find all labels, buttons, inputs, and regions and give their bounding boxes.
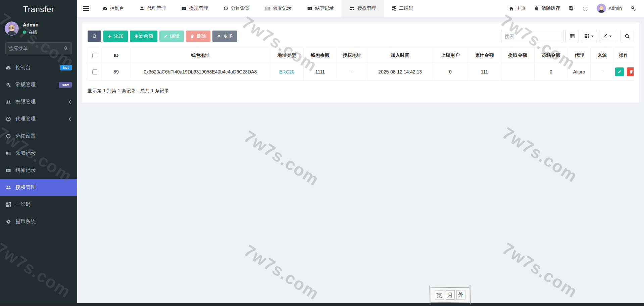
cell-total-amount: 111 — [468, 63, 501, 81]
gears-icon — [5, 82, 11, 88]
refresh-button[interactable] — [88, 31, 101, 42]
select-all-checkbox[interactable] — [92, 53, 97, 58]
home-icon — [509, 6, 514, 11]
caret-down-icon — [591, 36, 594, 38]
sidebar-item-agents[interactable]: 代理管理 — [0, 110, 77, 128]
cell-wallet-balance: 1111 — [303, 63, 337, 81]
plus-icon — [108, 34, 112, 38]
trash-icon — [534, 6, 539, 11]
sidebar-menu: 控制台 hot 常规管理 new 权限管理 代理管理 — [0, 59, 77, 230]
more-button[interactable]: 更多 — [212, 31, 237, 42]
tab-claims[interactable]: 领取记录 — [257, 0, 299, 17]
online-dot-icon — [23, 31, 26, 34]
tab-settlement[interactable]: cs 结算记录 — [299, 0, 342, 17]
col-id: ID — [102, 48, 131, 63]
col-wallet-balance: 钱包余额 — [303, 48, 337, 63]
col-parent-user: 上级用户 — [433, 48, 468, 63]
svg-text:cs: cs — [308, 7, 311, 10]
tab-dashboard[interactable]: 控制台 — [95, 0, 132, 17]
sidebar-item-dashboard[interactable]: 控制台 hot — [0, 59, 77, 76]
export-icon — [602, 34, 607, 39]
chevron-left-icon — [68, 117, 72, 121]
hot-badge: hot — [60, 65, 72, 70]
sidebar: Transfer Admin 在线 — [0, 0, 77, 306]
sidebar-item-withdraw-system[interactable]: 提币系统 — [0, 213, 77, 230]
col-auth-address: 授权地址 — [337, 48, 367, 63]
row-delete-button[interactable] — [627, 67, 634, 76]
users-icon — [349, 6, 355, 11]
circle-icon — [5, 134, 11, 139]
fullscreen-icon[interactable] — [583, 6, 588, 11]
row-edit-button[interactable] — [615, 67, 624, 76]
sidebar-item-settlement[interactable]: cs 结算记录 — [0, 162, 77, 179]
sidebar-item-dividend[interactable]: 分红设置 — [0, 128, 77, 145]
search-icon — [625, 34, 630, 39]
advanced-search-button[interactable] — [621, 30, 634, 42]
sidebar-item-permissions[interactable]: 权限管理 — [0, 93, 77, 110]
sidebar-item-claims[interactable]: 领取记录 — [0, 145, 77, 162]
bars-icon — [5, 151, 11, 156]
sidebar-item-qrcode[interactable]: 二维码 — [0, 196, 77, 213]
add-button[interactable]: 添加 — [103, 31, 128, 42]
cell-id: 89 — [102, 63, 131, 81]
clear-cache-link[interactable]: 清除缓存 — [534, 5, 560, 11]
brand-title: Transfer — [0, 0, 77, 19]
table-header-row: ID 钱包地址 地址类型 钱包余额 授权地址 加入时间 上级用户 累计金额 提取… — [88, 48, 634, 63]
delete-button[interactable]: 删除 — [186, 31, 210, 42]
sidebar-search-input[interactable] — [9, 46, 63, 51]
bars-icon — [265, 6, 270, 11]
records-summary: 显示第 1 到第 1 条记录，总共 1 条记录 — [88, 88, 634, 94]
tab-authorization[interactable]: 授权管理 — [342, 0, 384, 17]
navbar-user[interactable]: Admin — [597, 4, 622, 13]
gear-icon — [5, 219, 11, 224]
tab-agents[interactable]: 代理管理 — [132, 0, 174, 17]
sidebar-user-panel: Admin 在线 — [0, 19, 77, 40]
export-button[interactable] — [599, 30, 615, 42]
main-content: 添加 更新余额 编辑 删除 更多 — [77, 17, 644, 303]
qrcode-icon — [5, 202, 11, 207]
user-avatar — [5, 21, 19, 36]
users-icon — [5, 99, 11, 105]
cell-frozen-amount: 0 — [534, 63, 567, 81]
update-balance-button[interactable]: 更新余额 — [130, 31, 157, 42]
cell-address-type: ERC20 — [270, 63, 303, 81]
toggle-view-button[interactable] — [565, 30, 579, 42]
tab-dividend[interactable]: 分红设置 — [216, 0, 257, 17]
circle-icon — [224, 6, 228, 11]
new-badge: new — [59, 82, 72, 88]
cell-source: - — [591, 63, 613, 81]
user-icon — [140, 6, 144, 11]
svg-text:cc: cc — [183, 7, 185, 10]
svg-text:cs: cs — [7, 169, 10, 171]
edit-button[interactable]: 编辑 — [159, 31, 184, 42]
row-checkbox[interactable] — [92, 69, 97, 74]
col-total-amount: 累计金额 — [468, 48, 501, 63]
tab-withdraw[interactable]: cc 提现管理 — [174, 0, 216, 17]
speedometer-icon — [5, 65, 11, 70]
speedometer-icon — [102, 6, 107, 11]
table-search-input[interactable] — [501, 30, 563, 42]
col-agent: 代理 — [568, 48, 591, 63]
col-join-time: 加入时间 — [367, 48, 433, 63]
cell-wallet-address: 0x3620aC6bFf40a19Db9319058E40b4c4aD6C28D… — [130, 63, 270, 81]
language-icon[interactable] — [569, 6, 574, 11]
authorization-table: ID 钱包地址 地址类型 钱包余额 授权地址 加入时间 上级用户 累计金额 提取… — [88, 48, 634, 81]
tab-qrcode[interactable]: 二维码 — [384, 0, 421, 17]
cell-parent-user: 0 — [433, 63, 468, 81]
columns-button[interactable] — [581, 30, 597, 42]
sidebar-item-general[interactable]: 常规管理 new — [0, 76, 77, 93]
col-withdraw-amount: 提取金额 — [501, 48, 534, 63]
authorization-panel: 添加 更新余额 编辑 删除 更多 — [82, 22, 639, 103]
pencil-icon — [617, 70, 622, 74]
refresh-icon — [92, 34, 97, 39]
hamburger-menu-icon[interactable] — [77, 0, 95, 17]
sidebar-item-authorization[interactable]: 授权管理 — [0, 179, 77, 196]
trash-icon — [190, 34, 194, 38]
cc-card-icon: cc — [181, 6, 187, 11]
home-link[interactable]: 主页 — [509, 5, 526, 11]
toolbar: 添加 更新余额 编辑 删除 更多 — [88, 30, 634, 42]
cell-join-time: 2025-08-12 14:42:13 — [367, 63, 433, 81]
cs-card-icon: cs — [5, 168, 11, 173]
caret-down-icon — [609, 36, 612, 38]
settings-gears-icon[interactable] — [631, 6, 636, 11]
